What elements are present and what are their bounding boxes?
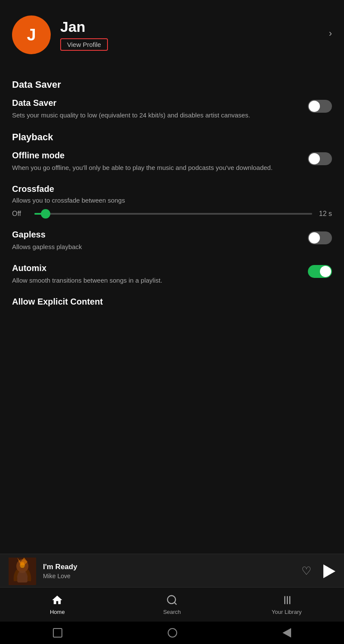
crossfade-title: Crossfade [12,184,332,194]
gapless-title: Gapless [12,230,298,240]
automix-toggle-container[interactable] [308,263,332,278]
explicit-content-partial-row: Allow Explicit Content [12,297,332,311]
view-profile-button[interactable]: View Profile [60,38,108,51]
offline-mode-desc: When you go offline, you'll only be able… [12,163,298,172]
svg-rect-2 [17,570,28,582]
gapless-desc: Allows gapless playback [12,242,298,251]
bottom-spacer [12,311,332,397]
playback-section-header: Playback [12,132,332,143]
automix-toggle[interactable] [308,265,332,278]
home-icon [51,594,63,606]
settings-container[interactable]: J Jan View Profile › Data Saver Data Sav… [0,0,344,644]
crossfade-slider-thumb[interactable] [41,209,50,219]
crossfade-header: Crossfade Allows you to crossfade betwee… [12,184,332,204]
crossfade-left-label: Off [12,210,28,218]
profile-row[interactable]: J Jan View Profile › [12,0,332,67]
track-title: I'm Ready [43,563,301,571]
offline-mode-toggle[interactable] [308,152,332,165]
gapless-toggle-container[interactable] [308,230,332,244]
system-recents-button[interactable] [53,628,62,638]
album-art [9,558,36,585]
automix-text: Automix Allow smooth transitions between… [12,263,308,285]
gapless-row: Gapless Allows gapless playback [12,230,332,251]
data-saver-toggle-knob [309,101,320,112]
gapless-toggle[interactable] [308,231,332,244]
crossfade-right-label: 12 s [319,210,332,218]
library-icon [281,594,293,606]
back-icon [283,628,291,638]
crossfade-slider-track[interactable] [34,213,312,215]
gapless-toggle-knob [309,232,320,243]
nav-item-library[interactable]: Your Library [229,594,344,615]
now-playing-bar[interactable]: I'm Ready Mike Love ♡ [0,554,344,588]
album-art-svg [9,558,36,585]
explicit-content-title: Allow Explicit Content [12,297,332,307]
offline-mode-toggle-container[interactable] [308,151,332,165]
home-button-icon [168,628,177,638]
automix-title: Automix [12,263,298,273]
offline-mode-title: Offline mode [12,151,298,160]
album-art-image [9,558,36,585]
bottom-nav[interactable]: Home Search Your Library [0,587,344,622]
crossfade-section: Crossfade Allows you to crossfade betwee… [12,184,332,218]
automix-desc: Allow smooth transitions between songs i… [12,276,298,285]
data-saver-section-header: Data Saver [12,79,332,90]
svg-line-6 [174,602,176,604]
system-home-button[interactable] [168,628,177,638]
system-back-button[interactable] [283,628,291,638]
now-playing-controls[interactable]: ♡ [301,564,335,578]
crossfade-slider-row[interactable]: Off 12 s [12,210,332,218]
search-icon [166,594,178,606]
chevron-right-icon[interactable]: › [329,28,332,39]
data-saver-toggle-container[interactable] [308,98,332,113]
system-nav [0,622,344,644]
home-nav-label: Home [50,609,65,615]
nav-item-home[interactable]: Home [0,594,115,615]
profile-name: Jan [60,19,332,35]
play-icon[interactable] [323,564,335,578]
data-saver-title: Data Saver [12,98,298,108]
track-artist: Mike Love [43,573,301,579]
track-info: I'm Ready Mike Love [43,563,301,579]
automix-toggle-knob [320,266,331,277]
search-nav-label: Search [163,609,181,615]
data-saver-desc: Sets your music quality to low (equivale… [12,111,298,120]
svg-point-5 [168,596,176,604]
recents-icon [53,628,62,638]
data-saver-setting-row: Data Saver Sets your music quality to lo… [12,98,332,120]
gapless-text: Gapless Allows gapless playback [12,230,308,251]
nav-item-search[interactable]: Search [115,594,230,615]
offline-mode-text: Offline mode When you go offline, you'll… [12,151,308,172]
crossfade-desc: Allows you to crossfade between songs [12,197,332,204]
automix-row: Automix Allow smooth transitions between… [12,263,332,285]
offline-mode-row: Offline mode When you go offline, you'll… [12,151,332,172]
profile-info: Jan View Profile [60,19,332,51]
offline-mode-toggle-knob [309,153,320,164]
data-saver-text: Data Saver Sets your music quality to lo… [12,98,308,120]
heart-icon[interactable]: ♡ [301,564,311,578]
avatar: J [12,15,51,54]
library-nav-label: Your Library [272,609,302,615]
data-saver-toggle[interactable] [308,100,332,113]
